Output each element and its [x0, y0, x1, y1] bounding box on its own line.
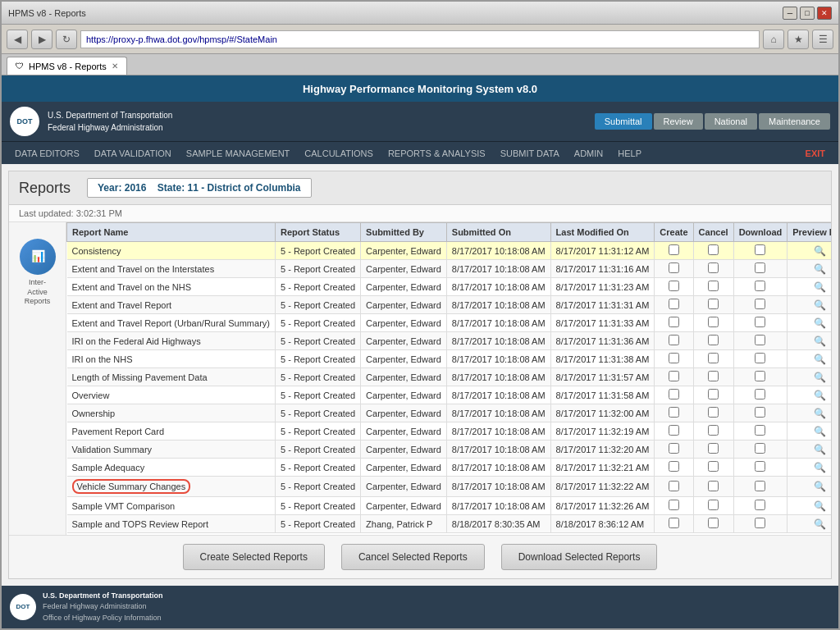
- settings-button[interactable]: ☰: [812, 30, 833, 49]
- report-name-cell[interactable]: Length of Missing Pavement Data: [67, 368, 276, 386]
- download-checkbox[interactable]: [755, 353, 765, 363]
- download-checkbox[interactable]: [755, 518, 765, 528]
- minimize-button[interactable]: ─: [783, 7, 797, 20]
- pdf-preview-icon[interactable]: 🔍: [814, 336, 826, 347]
- create-checkbox-cell[interactable]: [655, 422, 693, 441]
- download-checkbox[interactable]: [755, 317, 765, 327]
- nav-data-validation[interactable]: DATA VALIDATION: [88, 145, 178, 162]
- create-checkbox[interactable]: [669, 518, 679, 528]
- refresh-button[interactable]: ↻: [56, 30, 77, 49]
- create-checkbox[interactable]: [669, 262, 679, 273]
- download-selected-button[interactable]: Download Selected Reports: [501, 544, 658, 570]
- report-name-cell[interactable]: IRI on the NHS: [67, 350, 276, 368]
- preview-pdf-cell[interactable]: 🔍: [788, 368, 831, 386]
- download-checkbox[interactable]: [755, 262, 765, 273]
- cancel-checkbox-cell[interactable]: [693, 422, 733, 441]
- cancel-checkbox[interactable]: [708, 407, 719, 418]
- pdf-preview-icon[interactable]: 🔍: [814, 317, 826, 329]
- download-checkbox[interactable]: [755, 389, 765, 399]
- report-name-cell[interactable]: Vehicle Summary Changes: [67, 477, 276, 497]
- download-checkbox[interactable]: [755, 425, 765, 436]
- download-checkbox-cell[interactable]: [733, 477, 788, 497]
- download-checkbox[interactable]: [755, 371, 765, 381]
- back-button[interactable]: ◀: [7, 30, 28, 49]
- create-checkbox[interactable]: [669, 335, 679, 345]
- cancel-selected-button[interactable]: Cancel Selected Reports: [341, 544, 485, 570]
- create-checkbox-cell[interactable]: [655, 497, 693, 515]
- nav-review[interactable]: Review: [654, 113, 703, 130]
- interactive-reports-icon[interactable]: 📊: [20, 239, 56, 275]
- pdf-preview-icon[interactable]: 🔍: [814, 390, 826, 401]
- cancel-checkbox-cell[interactable]: [693, 515, 733, 533]
- cancel-checkbox[interactable]: [708, 518, 719, 528]
- report-name-cell[interactable]: Sample VMT Comparison: [67, 497, 276, 515]
- report-name-cell[interactable]: Consistency: [67, 242, 276, 260]
- create-checkbox[interactable]: [669, 389, 679, 399]
- report-name-cell[interactable]: Ownership: [67, 404, 276, 422]
- cancel-checkbox[interactable]: [708, 500, 719, 510]
- download-checkbox-cell[interactable]: [733, 459, 788, 477]
- pdf-preview-icon[interactable]: 🔍: [814, 500, 826, 512]
- download-checkbox-cell[interactable]: [733, 314, 788, 332]
- pdf-preview-icon[interactable]: 🔍: [814, 245, 826, 257]
- create-checkbox[interactable]: [669, 443, 679, 454]
- report-name-cell[interactable]: Sample Adequacy: [67, 459, 276, 477]
- favorites-button[interactable]: ★: [788, 30, 809, 49]
- preview-pdf-cell[interactable]: 🔍: [788, 242, 831, 260]
- create-checkbox-cell[interactable]: [655, 332, 693, 350]
- download-checkbox-cell[interactable]: [733, 332, 788, 350]
- create-checkbox-cell[interactable]: [655, 296, 693, 314]
- cancel-checkbox-cell[interactable]: [693, 278, 733, 296]
- report-name-cell[interactable]: Pavement Report Card: [67, 422, 276, 441]
- download-checkbox[interactable]: [755, 443, 765, 454]
- nav-national[interactable]: National: [705, 113, 757, 130]
- create-checkbox-cell[interactable]: [655, 404, 693, 422]
- download-checkbox-cell[interactable]: [733, 368, 788, 386]
- cancel-checkbox[interactable]: [708, 443, 719, 454]
- pdf-preview-icon[interactable]: 🔍: [814, 426, 826, 437]
- nav-reports-analysis[interactable]: REPORTS & ANALYSIS: [381, 145, 492, 162]
- cancel-checkbox[interactable]: [708, 281, 719, 291]
- preview-pdf-cell[interactable]: 🔍: [788, 278, 831, 296]
- create-checkbox[interactable]: [669, 407, 679, 418]
- cancel-checkbox[interactable]: [708, 335, 719, 345]
- create-checkbox-cell[interactable]: [655, 515, 693, 533]
- cancel-checkbox-cell[interactable]: [693, 497, 733, 515]
- download-checkbox[interactable]: [755, 407, 765, 418]
- cancel-checkbox[interactable]: [708, 353, 719, 363]
- pdf-preview-icon[interactable]: 🔍: [814, 444, 826, 455]
- cancel-checkbox[interactable]: [708, 389, 719, 399]
- preview-pdf-cell[interactable]: 🔍: [788, 386, 831, 404]
- report-name-cell[interactable]: Overview: [67, 386, 276, 404]
- cancel-checkbox[interactable]: [708, 481, 719, 491]
- nav-data-editors[interactable]: DATA EDITORS: [8, 145, 86, 162]
- preview-pdf-cell[interactable]: 🔍: [788, 497, 831, 515]
- preview-pdf-cell[interactable]: 🔍: [788, 422, 831, 441]
- create-checkbox-cell[interactable]: [655, 386, 693, 404]
- download-checkbox-cell[interactable]: [733, 260, 788, 278]
- report-name-cell[interactable]: IRI on the Federal Aid Highways: [67, 332, 276, 350]
- create-checkbox-cell[interactable]: [655, 368, 693, 386]
- tab-close-button[interactable]: ✕: [112, 62, 118, 71]
- pdf-preview-icon[interactable]: 🔍: [814, 408, 826, 419]
- exit-button[interactable]: EXIT: [799, 145, 832, 162]
- cancel-checkbox-cell[interactable]: [693, 441, 733, 459]
- download-checkbox-cell[interactable]: [733, 404, 788, 422]
- pdf-preview-icon[interactable]: 🔍: [814, 481, 826, 492]
- nav-admin[interactable]: ADMIN: [568, 145, 609, 162]
- download-checkbox-cell[interactable]: [733, 422, 788, 441]
- download-checkbox[interactable]: [755, 244, 765, 255]
- create-checkbox[interactable]: [669, 425, 679, 436]
- report-name-cell[interactable]: Validation Summary: [67, 441, 276, 459]
- download-checkbox-cell[interactable]: [733, 278, 788, 296]
- maximize-button[interactable]: □: [800, 7, 815, 20]
- nav-help[interactable]: HELP: [611, 145, 648, 162]
- pdf-preview-icon[interactable]: 🔍: [814, 462, 826, 473]
- preview-pdf-cell[interactable]: 🔍: [788, 332, 831, 350]
- download-checkbox[interactable]: [755, 281, 765, 291]
- preview-pdf-cell[interactable]: 🔍: [788, 350, 831, 368]
- cancel-checkbox[interactable]: [708, 371, 719, 381]
- download-checkbox-cell[interactable]: [733, 350, 788, 368]
- preview-pdf-cell[interactable]: 🔍: [788, 296, 831, 314]
- download-checkbox[interactable]: [755, 461, 765, 472]
